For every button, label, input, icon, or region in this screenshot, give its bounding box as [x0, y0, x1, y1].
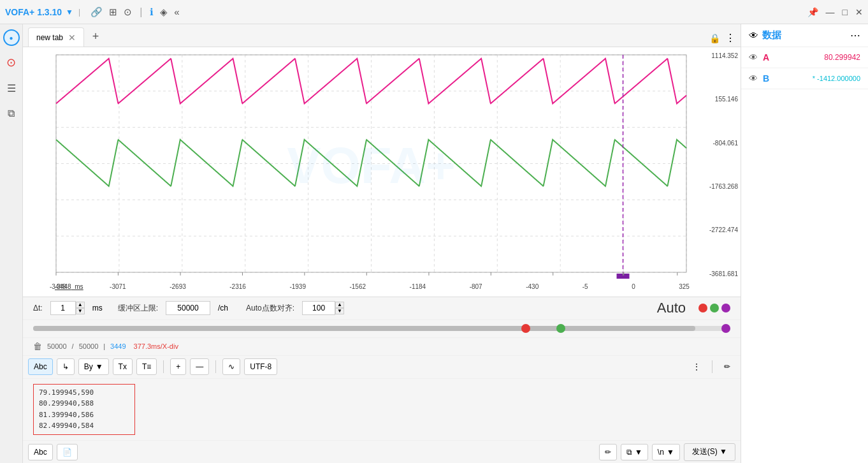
dropdown-arrow-icon[interactable]: ▼	[66, 8, 73, 17]
status-val2: 50000	[79, 342, 99, 350]
dot-purple	[721, 304, 730, 312]
channel-a-eye[interactable]: 👁	[749, 52, 758, 62]
utf8-button[interactable]: UTF-8	[244, 358, 277, 375]
app-title: VOFA+ 1.3.10	[5, 7, 62, 17]
newline-btn[interactable]: \n ▼	[652, 444, 680, 460]
dot-green	[710, 304, 719, 312]
status-sep1: /	[72, 342, 74, 350]
delta-t-spinner[interactable]: ▲ ▼	[76, 302, 85, 314]
buffer-unit: /ch	[218, 304, 228, 312]
color-dots	[698, 304, 730, 312]
auto-mode-label: Auto	[657, 300, 686, 316]
close-btn[interactable]: ✕	[855, 7, 863, 17]
dot-red	[698, 304, 707, 312]
align-icon: T≡	[142, 362, 151, 371]
data-area: 79.199945,590 80.299940,588 81.399940,58…	[23, 379, 741, 440]
fingerprint-icon[interactable]: ◈	[160, 6, 168, 18]
tab-actions: 🔒 ⋮	[709, 32, 735, 44]
auto-spinner-down[interactable]: ▼	[335, 308, 344, 314]
workspace: new tab ✕ + 🔒 ⋮ 1114.352 155.146 -804.06…	[23, 24, 741, 463]
plus-button[interactable]: +	[170, 358, 186, 375]
send-abc-btn[interactable]: Abc	[28, 444, 53, 460]
auto-spinner-up[interactable]: ▲	[335, 302, 344, 308]
trash-icon[interactable]: 🗑	[33, 341, 42, 351]
info-icon[interactable]: ℹ	[150, 6, 154, 18]
copy-icon-btn[interactable]: ⧉ ▼	[621, 444, 648, 460]
toolbar-bar: Abc ↳ By ▼ Tx T≡ + — ∿ UTF-8	[23, 356, 741, 379]
tab-more-icon[interactable]: ⋮	[725, 32, 735, 44]
channel-b-eye[interactable]: 👁	[749, 73, 758, 84]
window-controls: 📌 — □ ✕	[807, 7, 863, 17]
status-bar: 🗑 50000 / 50000 | 3449 377.3ms/X-div	[23, 338, 741, 356]
data-line-1: 80.299940,588	[39, 398, 129, 409]
pin-icon[interactable]: 📌	[807, 7, 818, 17]
send-button[interactable]: 发送(S) ▼	[684, 443, 735, 461]
toolbar-sep2	[215, 360, 216, 373]
delta-t-unit: ms	[92, 304, 103, 312]
send-label: 发送(S)	[692, 447, 718, 456]
data-line-3: 82.499940,584	[39, 420, 129, 432]
panel-eye-icon: 👁	[749, 30, 758, 41]
by-label: By	[84, 362, 93, 371]
x-unit-label: ms	[75, 283, 83, 290]
divider2: |	[140, 6, 142, 18]
sidebar-list[interactable]: ☰	[3, 79, 20, 97]
progress-track[interactable]	[33, 326, 730, 331]
link-icon[interactable]: 🔗	[90, 6, 103, 18]
main-content: ● ⊙ ☰ ⧉ new tab ✕ + 🔒 ⋮	[0, 24, 868, 463]
auto-spinner[interactable]: ▲ ▼	[335, 302, 344, 314]
camera-icon[interactable]: ⊙	[124, 6, 132, 18]
delta-t-input[interactable]	[50, 301, 76, 315]
channel-row-b: 👁 B * -1412.000000	[741, 68, 868, 89]
chart-wrapper[interactable]: 1114.352 155.146 -804.061 -1763.268 -272…	[23, 47, 741, 297]
tx-button[interactable]: Tx	[113, 358, 133, 375]
cursor-button[interactable]: ↳	[57, 358, 75, 375]
auto-value-input[interactable]	[302, 301, 335, 315]
newline-dropdown: ▼	[667, 448, 674, 457]
by-button[interactable]: By ▼	[78, 358, 109, 375]
minus-button[interactable]: —	[190, 358, 209, 375]
tab-label: new tab	[36, 33, 63, 42]
panel-title: 数据	[762, 29, 850, 41]
lock-icon[interactable]: 🔒	[709, 33, 720, 43]
spinner-up[interactable]: ▲	[76, 302, 85, 308]
cursor-icon: ↳	[62, 362, 69, 371]
align-button[interactable]: T≡	[136, 358, 157, 375]
sidebar-record[interactable]: ⊙	[3, 54, 20, 71]
eraser-button[interactable]: ✏	[719, 358, 735, 375]
tab-close-btn[interactable]: ✕	[68, 33, 76, 43]
channel-row-a: 👁 A 80.299942	[741, 47, 868, 68]
data-line-0: 79.199945,590	[39, 387, 129, 399]
pencil-icon-btn[interactable]: ✏	[599, 444, 617, 460]
bottom-controls: Δt: ▲ ▼ ms 缓冲区上限: /ch Auto点数对齐: ▲	[23, 297, 741, 463]
sidebar: ● ⊙ ☰ ⧉	[0, 24, 23, 463]
abc-button[interactable]: Abc	[28, 358, 53, 375]
back-icon[interactable]: «	[174, 6, 179, 17]
param-bar: Δt: ▲ ▼ ms 缓冲区上限: /ch Auto点数对齐: ▲	[23, 297, 741, 320]
panel-more-icon[interactable]: ⋯	[850, 29, 860, 41]
sidebar-home[interactable]: ●	[3, 29, 20, 46]
delta-t-label: Δt:	[33, 304, 43, 312]
wave-button[interactable]: ∿	[222, 358, 240, 375]
status-val3: 3449	[110, 342, 126, 350]
buffer-input[interactable]	[166, 301, 210, 315]
by-dropdown-icon: ▼	[96, 362, 103, 371]
maximize-btn[interactable]: □	[843, 7, 848, 17]
minimize-btn[interactable]: —	[826, 7, 835, 17]
newline-label: \n	[658, 448, 664, 457]
toolbar-icons: 🔗 ⊞ ⊙ | ℹ ◈ «	[90, 6, 180, 18]
send-dropdown-icon: ▼	[720, 447, 727, 456]
sidebar-layers[interactable]: ⧉	[3, 105, 20, 122]
tab-add-btn[interactable]: +	[87, 27, 105, 45]
more-button[interactable]: ⋮	[688, 358, 705, 375]
main-chart[interactable]	[23, 47, 741, 297]
data-line-2: 81.399940,586	[39, 409, 129, 421]
tab-new[interactable]: new tab ✕	[28, 27, 84, 47]
channel-b-value: * -1412.000000	[813, 75, 860, 82]
spinner-down[interactable]: ▼	[76, 308, 85, 314]
send-file-btn[interactable]: 📄	[57, 444, 78, 460]
frame-icon[interactable]: ⊞	[109, 6, 117, 18]
file-icon: 📄	[62, 448, 72, 457]
copy-dropdown: ▼	[635, 448, 642, 457]
status-val1: 50000	[47, 342, 67, 350]
